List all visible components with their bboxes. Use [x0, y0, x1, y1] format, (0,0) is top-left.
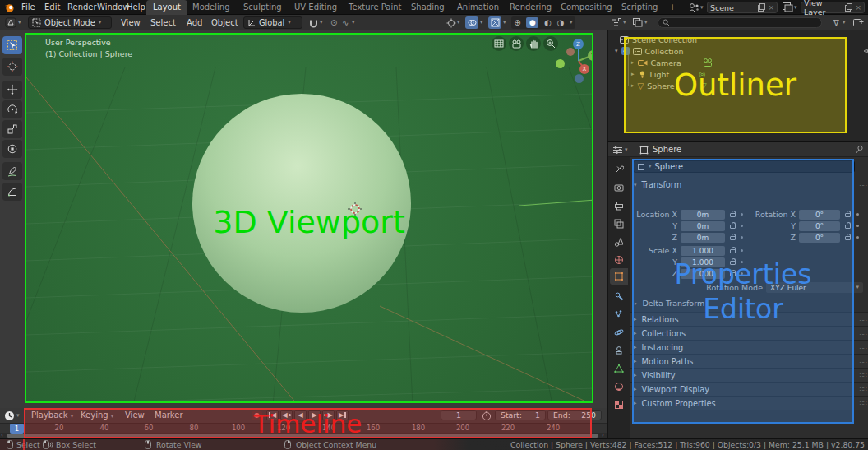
view-layer-remove-icon[interactable]: ×: [855, 3, 861, 12]
panel-drag-icon[interactable]: ∷∷: [860, 372, 866, 379]
collection-visibility-eye-icon[interactable]: [863, 48, 868, 54]
workspace-tab-sculpting[interactable]: Sculpting: [237, 0, 289, 15]
pan-view-button[interactable]: [526, 36, 541, 51]
zoom-border-button[interactable]: [492, 36, 506, 51]
tab-view-layer[interactable]: [610, 216, 628, 232]
menu-help[interactable]: Help: [123, 0, 149, 15]
viewport-scene[interactable]: User Perspective (1) Collection | Sphere…: [25, 33, 593, 403]
gizmo-neg-z-axis[interactable]: [575, 74, 584, 83]
pin-icon[interactable]: [855, 145, 864, 155]
workspace-tab-shading[interactable]: Shading: [404, 0, 451, 15]
tab-texture[interactable]: [610, 397, 628, 413]
collection-expand-icon[interactable]: ▾: [615, 48, 618, 54]
tab-modifiers[interactable]: [610, 288, 628, 304]
menu-file[interactable]: File: [18, 0, 39, 15]
tool-move[interactable]: [2, 81, 22, 99]
xray-toggle[interactable]: [488, 16, 501, 29]
transform-orientation-select[interactable]: Global ▾: [243, 16, 302, 29]
panel-drag-icon[interactable]: ∷∷: [860, 181, 866, 188]
mode-select-value[interactable]: Object Mode: [44, 18, 95, 27]
overlays-chevron-icon[interactable]: ▾: [480, 20, 483, 26]
shading-rendered-icon[interactable]: ◑: [557, 18, 565, 27]
show-overlays-toggle[interactable]: [465, 16, 478, 29]
tab-world[interactable]: [610, 252, 628, 268]
workspace-tab-compositing[interactable]: Compositing: [554, 0, 619, 15]
workspace-tab-rendering[interactable]: Rendering: [503, 0, 558, 15]
navigation-gizmo[interactable]: Z Y X: [546, 36, 593, 87]
view-layer-icon[interactable]: [783, 2, 793, 12]
tool-select-box[interactable]: [2, 36, 22, 54]
scene-name-value[interactable]: Scene: [710, 3, 755, 12]
shading-material-icon[interactable]: ◐: [544, 18, 552, 27]
scene-name-field[interactable]: Scene ×: [707, 2, 778, 13]
outliner-filter-chevron-icon[interactable]: ▾: [843, 20, 846, 26]
proportional-chevron-icon[interactable]: ▾: [352, 20, 355, 26]
tab-object-data[interactable]: [610, 360, 628, 377]
timeline-editor-type-icon[interactable]: [4, 411, 15, 421]
snap-magnet-icon[interactable]: [309, 19, 318, 28]
shading-wireframe-icon[interactable]: ⊕: [514, 18, 520, 27]
tab-material[interactable]: [610, 378, 628, 395]
proportional-edit-icon[interactable]: ⊙: [330, 18, 337, 27]
camera-view-button[interactable]: [509, 36, 524, 51]
tool-cursor[interactable]: [2, 58, 22, 76]
scrollbar-left-arrow-icon[interactable]: ‹: [1, 432, 3, 438]
tool-transform[interactable]: [2, 140, 22, 158]
outliner-editor-type-icon[interactable]: [612, 18, 621, 27]
tool-annotate[interactable]: [2, 162, 22, 180]
viewport-menu-add[interactable]: Add: [182, 15, 206, 30]
tab-scene[interactable]: [610, 234, 628, 250]
view-layer-field[interactable]: View Layer ×: [801, 2, 865, 13]
shading-solid-icon[interactable]: ●: [526, 17, 538, 28]
viewport-menu-select[interactable]: Select: [146, 15, 180, 30]
tab-particles[interactable]: [610, 306, 628, 322]
outliner-display-mode-chevron-icon[interactable]: ▾: [644, 20, 648, 26]
mode-select[interactable]: Object Mode ▾: [28, 16, 112, 29]
timeline-editor-chevron-icon[interactable]: ▾: [16, 413, 20, 419]
workspace-tab-uv-editing[interactable]: UV Editing: [288, 0, 344, 15]
view-layer-copy-icon[interactable]: [845, 3, 852, 12]
snap-chevron-icon[interactable]: ▾: [320, 20, 323, 26]
workspace-tab-texture-paint[interactable]: Texture Paint: [342, 0, 409, 15]
panel-drag-icon[interactable]: ∷∷: [860, 400, 866, 407]
shading-chevron-icon[interactable]: ▾: [570, 20, 573, 26]
view-layer-value[interactable]: View Layer: [804, 0, 843, 16]
scrollbar-right-arrow-icon[interactable]: ›: [602, 432, 604, 438]
show-gizmo-icon[interactable]: [446, 18, 456, 28]
tool-scale[interactable]: [2, 120, 22, 138]
scene-icon[interactable]: [689, 2, 699, 12]
outliner-display-mode-icon[interactable]: [633, 18, 643, 27]
blender-logo-icon[interactable]: [4, 2, 16, 13]
workspace-tab-modeling[interactable]: Modeling: [186, 0, 237, 15]
orientation-value[interactable]: Global: [259, 18, 284, 27]
workspace-tab-scripting[interactable]: Scripting: [615, 0, 664, 15]
outliner-filter-icon[interactable]: ∇: [833, 18, 839, 27]
gizmo-x-axis[interactable]: X: [579, 64, 589, 74]
workspace-tab-layout[interactable]: Layout: [146, 0, 187, 15]
outliner-editor-chevron-icon[interactable]: ▾: [623, 20, 626, 26]
rotation-z-animate-dot[interactable]: [856, 236, 859, 239]
proportional-falloff-icon[interactable]: ∿: [342, 18, 349, 27]
workspace-tab-animation[interactable]: Animation: [450, 0, 506, 15]
rotation-x-animate-dot[interactable]: [856, 213, 859, 216]
panel-drag-icon[interactable]: ∷∷: [860, 386, 866, 393]
rotation-y-animate-dot[interactable]: [856, 225, 859, 227]
tool-measure[interactable]: [2, 183, 22, 201]
viewport-editor-chevron-icon[interactable]: ▾: [18, 20, 21, 26]
gizmo-z-axis[interactable]: Z: [573, 39, 584, 49]
panel-drag-icon[interactable]: ∷∷: [860, 344, 866, 351]
menu-edit[interactable]: Edit: [41, 0, 63, 15]
gizmo-neg-x-axis[interactable]: [566, 48, 575, 56]
new-collection-icon[interactable]: [853, 17, 864, 27]
tool-rotate[interactable]: [2, 100, 22, 118]
view-layer-browse-chevron-icon[interactable]: ▾: [794, 5, 797, 11]
viewport-menu-view[interactable]: View: [117, 15, 145, 30]
xray-chevron-icon[interactable]: ▾: [503, 20, 506, 26]
scene-copy-icon[interactable]: [758, 3, 765, 12]
panel-drag-icon[interactable]: ∷∷: [860, 330, 866, 337]
gizmo-neg-y-axis[interactable]: [556, 59, 565, 68]
outliner-search-input[interactable]: [658, 17, 822, 28]
viewport-menu-object[interactable]: Object: [207, 15, 242, 30]
scene-unlink-icon[interactable]: ×: [768, 3, 774, 12]
gizmo-y-axis[interactable]: Y: [588, 50, 593, 61]
